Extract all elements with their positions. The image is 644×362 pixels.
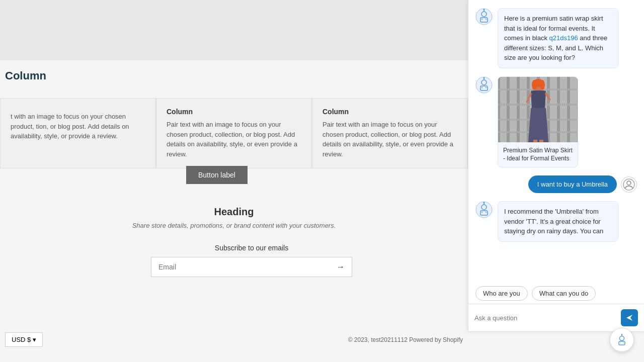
chat-fab-button[interactable]: [610, 328, 634, 352]
bot-bubble-1: Here is a premium satin wrap skirt that …: [498, 8, 618, 68]
column-3-title: Column: [323, 108, 457, 116]
bot-avatar-2: [475, 76, 493, 94]
quick-reply-who[interactable]: Who are you: [475, 286, 528, 301]
column-3: Column Pair text with an image to focus …: [312, 98, 468, 168]
bot-avatar-3: [475, 201, 493, 218]
heading-section: Heading Share store details, promotions,…: [0, 206, 468, 229]
bot-partial-row: I recommend the 'Umbrella' from vendor '…: [475, 201, 637, 242]
user-bubble: I want to buy a Umbrella: [528, 175, 617, 193]
svg-rect-32: [533, 140, 537, 142]
svg-point-31: [540, 80, 545, 90]
svg-point-4: [486, 19, 487, 20]
product-card-title: Premium Satin Wrap Skirt - Ideal for For…: [498, 142, 578, 167]
svg-point-30: [532, 80, 537, 90]
columns-section: t with an image to focus on your chosen …: [0, 98, 468, 168]
section-heading: Column: [5, 69, 46, 82]
column-button[interactable]: Button label: [186, 166, 248, 184]
heading-subtitle: Share store details, promotions, or bran…: [0, 222, 468, 229]
quick-reply-what[interactable]: What can you do: [532, 286, 596, 301]
column-2: Column Pair text with an image to focus …: [156, 98, 312, 168]
svg-rect-44: [619, 341, 625, 345]
chat-input-area: [468, 304, 644, 331]
copyright-text: © 2023, test20211112 Powered by Shopify: [348, 336, 463, 343]
bot-product-row: Premium Satin Wrap Skirt - Ideal for For…: [475, 76, 637, 168]
column-3-text: Pair text with an image to focus on your…: [323, 120, 457, 159]
subscribe-label: Subscribe to our emails: [151, 244, 352, 252]
svg-point-43: [620, 336, 624, 341]
column-1: t with an image to focus on your chosen …: [0, 98, 156, 168]
currency-selector[interactable]: USD $ ▾: [5, 332, 43, 347]
column-2-text: Pair text with an image to focus on your…: [167, 120, 301, 159]
top-banner: [0, 0, 468, 60]
heading-title: Heading: [0, 206, 468, 218]
currency-chevron-icon: ▾: [33, 336, 36, 343]
send-button[interactable]: [621, 309, 638, 326]
chat-widget: Here is a premium satin wrap skirt that …: [468, 0, 644, 332]
user-avatar: [621, 176, 637, 193]
email-submit-button[interactable]: →: [330, 257, 352, 277]
bot-partial-bubble: I recommend the 'Umbrella' from vendor '…: [498, 201, 618, 242]
svg-point-35: [627, 181, 631, 185]
column-1-text: t with an image to focus on your chosen …: [11, 112, 145, 141]
product-card[interactable]: Premium Satin Wrap Skirt - Ideal for For…: [498, 76, 578, 168]
footer: USD $ ▾ © 2023, test20211112 Powered by …: [0, 332, 468, 347]
email-input[interactable]: [151, 257, 330, 277]
main-page: Column t with an image to focus on your …: [0, 0, 644, 362]
svg-point-11: [486, 87, 487, 88]
svg-point-46: [623, 342, 624, 343]
bot-message-1: Here is a premium satin wrap skirt that …: [475, 8, 637, 68]
button-wrap: Button label: [186, 166, 248, 184]
chat-input[interactable]: [474, 314, 617, 322]
svg-point-40: [486, 212, 487, 213]
email-form: →: [151, 257, 352, 277]
svg-point-48: [621, 334, 622, 335]
svg-point-3: [481, 19, 482, 20]
bot-avatar-1: [475, 8, 493, 25]
product-image: [498, 77, 578, 142]
quick-replies: Who are you What can you do: [468, 282, 644, 304]
svg-point-39: [481, 212, 482, 213]
column-2-title: Column: [167, 108, 301, 116]
svg-point-10: [481, 87, 482, 88]
currency-label: USD $: [12, 336, 31, 343]
svg-point-45: [620, 342, 621, 343]
subscribe-section: Subscribe to our emails →: [151, 244, 352, 277]
svg-point-42: [484, 202, 485, 204]
chat-messages: Here is a premium satin wrap skirt that …: [468, 0, 644, 282]
svg-rect-33: [539, 140, 543, 142]
svg-point-13: [484, 77, 485, 78]
user-message-row: I want to buy a Umbrella: [475, 175, 637, 193]
svg-point-6: [484, 9, 485, 11]
